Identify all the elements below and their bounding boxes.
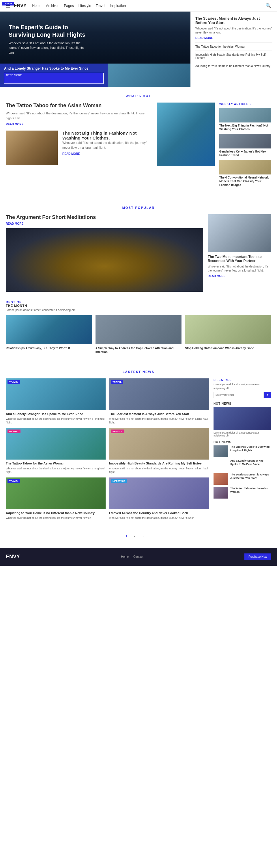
hot-news-item-5[interactable]: The Tattoo Taboo for the Asian Woman [213,487,271,499]
page-2[interactable]: 2 [132,533,137,539]
sidebar-article-1[interactable]: The Tattoo Taboo for the Asian Woman [195,45,272,48]
latest-image-4: BEAUTY [109,428,209,460]
strip-read-more[interactable]: READ MORE [4,73,104,84]
hot-news-item-2[interactable]: The Expert's Guide to Surviving Long Hau… [213,445,271,457]
latest-sidebar: LIFESTYLE Lorem ipsum dolor sit amet, co… [213,378,271,520]
hot-second-title: The Next Big Thing in Fashion? Not Washi… [62,130,152,141]
email-input[interactable] [213,392,264,398]
latest-desc-5: Whoever said "It's not about the destina… [6,516,106,520]
weekly-item-1[interactable]: The Next Big Thing in Fashion? Not Washi… [219,108,271,131]
latest-title-2: The Scarlest Moment is Always Just Befor… [109,412,209,416]
latest-article-2[interactable]: TRAVEL The Scarlest Moment is Always Jus… [109,378,209,424]
latest-title-3: The Tattoo Taboo for the Asian Woman [6,461,106,465]
latest-article-4[interactable]: BEAUTY Impossibly High Beauty Standards … [109,428,209,474]
sidebar-article-2[interactable]: Impossibly High Beauty Standards Are Rui… [195,53,272,60]
lifestyle-desc: Lorem ipsum dolor sit amet, consectetur … [213,383,271,390]
hero-subtitle: Whoever said "It's not about the destina… [9,41,90,55]
nav-inspiration[interactable]: Inspiration [110,4,126,8]
tag-2: TRAVEL [111,380,123,384]
nav-links: Home Archives Pages Lifestyle Travel Ins… [32,4,266,8]
popular-hero-image [6,228,203,292]
nav-archives[interactable]: Archives [46,4,60,8]
hot-second-desc: Whoever said "It's not about the destina… [62,141,152,150]
best-of-title-3: Stop Holding Onto Someone Who is Already… [185,346,271,350]
hot-center-visual [157,102,215,166]
best-of-content: BEST OF THE MONTH Lorem ipsum dolor sit … [0,301,277,363]
hot-news-image-4 [213,473,228,485]
divider [195,51,272,51]
weekly-image-2 [219,134,271,149]
popular-read-more[interactable]: READ MORE [6,222,203,225]
hero-left: The Expert's Guide to Surviving Long Hau… [0,11,191,87]
latest-desc-6: Whoever said "It's not about the destina… [109,516,209,520]
most-popular-label: MOST POPULAR [122,206,155,209]
hot-main-title: The Tattoo Taboo for the Asian Woman [6,102,152,108]
popular-side-read-more[interactable]: READ MORE [208,274,271,278]
best-of-sub: THE MONTH [6,304,271,307]
best-of-item-2[interactable]: A Simple Way to Address the Gap Between … [96,315,182,354]
best-of-header: BEST OF THE MONTH Lorem ipsum dolor sit … [6,301,271,312]
popular-grid: The Argument For Short Meditations READ … [6,214,271,292]
latest-grid: TRAVEL And a Lonely Stranger Has Spoke t… [6,378,271,520]
sidebar-read-more[interactable]: READ MORE [195,36,272,39]
hot-news-label: HOT NEWS [213,402,271,405]
latest-image-3: BEAUTY [6,428,106,460]
hero-sidebar: The Scariest Moment is Always Just Befor… [191,11,277,87]
best-of-label: BEST OF [6,301,271,304]
popular-title: The Argument For Short Meditations [6,214,203,220]
page-3[interactable]: 3 [140,533,145,539]
site-logo[interactable]: ENVY [14,3,27,8]
best-of-section: BEST OF THE MONTH Lorem ipsum dolor sit … [0,301,277,363]
weekly-item-2[interactable]: Genderless Kei – Japan's Hot New Fashion… [219,134,271,157]
divider [195,62,272,62]
latest-article-1[interactable]: TRAVEL And a Lonely Stranger Has Spoke t… [6,378,106,424]
search-icon[interactable]: 🔍 [266,3,271,8]
weekly-image-1 [219,108,271,122]
hot-news-big-text: Lorem ipsum dolor sit amet consectetur a… [213,431,271,437]
best-of-desc: Lorem ipsum dolor sit amet, consectetur … [6,309,271,312]
hot-second-read-more[interactable]: READ MORE [62,152,152,155]
purchase-button[interactable]: Purchase Now [244,553,271,560]
weekly-image-3 [219,160,271,175]
best-of-title-2: A Simple Way to Address the Gap Between … [96,346,182,354]
strip-image [108,64,191,87]
eagle-visual [6,228,203,292]
latest-article-5[interactable]: TRAVEL Adjusting to Your Home is no Diff… [6,477,106,520]
nav-lifestyle[interactable]: Lifestyle [78,4,91,8]
email-submit-button[interactable]: ➤ [264,392,271,398]
latest-news-header: LASTEST NEWS [0,363,277,378]
hot-news-item-3[interactable]: And a Lonely Stranger Has Spoke to Me Ev… [213,459,271,471]
hot-main-read-more[interactable]: READ MORE [6,123,152,126]
best-of-item-1[interactable]: Relationships Aren't Easy, But They're W… [6,315,92,354]
latest-main: TRAVEL And a Lonely Stranger Has Spoke t… [6,378,209,520]
whats-hot-content: The Tattoo Taboo for the Asian Woman Who… [0,102,277,198]
footer-home[interactable]: Home [121,555,129,558]
weekly-item-3[interactable]: The 4 Convolutional Neural Network Model… [219,160,271,187]
best-of-item-3[interactable]: Stop Holding Onto Someone Who is Already… [185,315,271,354]
hot-center-image [157,102,215,190]
nav-home[interactable]: Home [32,4,41,8]
most-popular-header: MOST POPULAR [0,198,277,214]
footer-contact[interactable]: Contact [133,555,143,558]
hot-below-image [6,130,58,165]
latest-title-4: Impossibly High Beauty Standards Are Rui… [109,461,209,465]
latest-title-1: And a Lonely Stranger Has Spoke to Me Ev… [6,412,106,416]
hot-news-item-4[interactable]: The Scarlest Moment is Always Just Befor… [213,473,271,485]
weekly-articles: WEEKLY ARTICLES The Next Big Thing in Fa… [219,102,271,190]
tag-4: BEAUTY [111,430,124,433]
page-1[interactable]: 1 [124,533,130,539]
latest-news-section: LASTEST NEWS TRAVEL And a Lonely Strange… [0,363,277,529]
hot-news-big-image: TRAVEL [213,407,271,430]
hot-news-text-4: The Scarlest Moment is Always Just Befor… [230,473,271,485]
nav-travel[interactable]: Travel [96,4,105,8]
weekly-label: WEEKLY ARTICLES [219,102,271,106]
most-popular-content: The Argument For Short Meditations READ … [0,214,277,301]
latest-article-3[interactable]: BEAUTY The Tattoo Taboo for the Asian Wo… [6,428,106,474]
latest-article-6[interactable]: LIFESTYLE I Moved Across the Country and… [109,477,209,520]
latest-desc-3: Whoever said "It's not about the destina… [6,467,106,474]
sidebar-article-3[interactable]: Adjusting to Your Home is no Different t… [195,64,272,68]
latest-title-5: Adjusting to Your Home is no Different t… [6,511,106,515]
footer-logo: ENVY [6,554,20,560]
nav-pages[interactable]: Pages [64,4,74,8]
latest-desc-1: Whoever said "It's not about the destina… [6,417,106,424]
